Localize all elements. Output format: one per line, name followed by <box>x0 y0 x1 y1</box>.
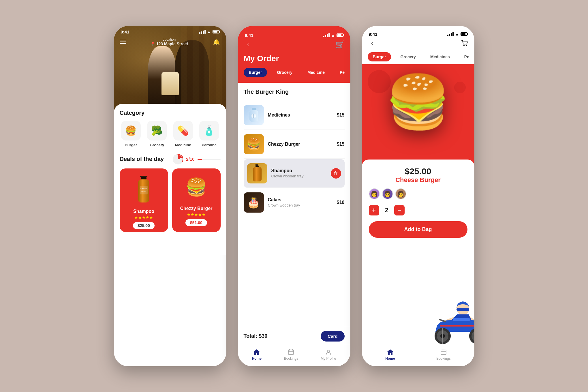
wifi-2: ▲ <box>331 33 335 37</box>
scooter-svg <box>428 294 474 352</box>
qty-plus-button[interactable]: + <box>369 205 379 215</box>
back-button-3[interactable]: ‹ <box>368 39 377 48</box>
p3-info-card: $25.00 Cheese Burger 👩 👩 👩 + 2 − Add to … <box>362 160 474 243</box>
p3-tab-burger[interactable]: Burger <box>368 52 391 61</box>
add-to-bag-button[interactable]: Add to Bag <box>369 221 467 238</box>
deals-progress: 2/10 <box>186 157 194 162</box>
menu-button[interactable] <box>120 40 126 44</box>
svg-rect-36 <box>457 308 469 311</box>
burger-price: $51.00 <box>185 219 207 226</box>
order-total-bar: Total: $30 Card <box>238 326 350 346</box>
p2-title: My Order <box>244 54 345 63</box>
grocery-icon-box: 🥦 <box>147 121 167 140</box>
shampoo-image: SHAMPOO CROWN <box>120 168 168 209</box>
order-list: Medicines $15 🍔 Chezzy Burger $15 <box>244 101 345 217</box>
nav-bookings-label-2: Bookings <box>284 357 298 361</box>
nav-home-3[interactable]: Home <box>385 349 395 361</box>
burger-order-image: 🍔 <box>244 134 264 154</box>
svg-rect-40 <box>453 318 470 321</box>
svg-rect-14 <box>252 108 256 110</box>
battery-3 <box>461 32 467 36</box>
svg-rect-5 <box>140 186 148 194</box>
p3-avatars: 👩 👩 👩 <box>369 188 467 199</box>
svg-point-29 <box>463 45 465 46</box>
medicine-label: Medicine <box>175 143 191 147</box>
avatar-2: 👩 <box>382 188 393 199</box>
bell-icon[interactable]: 🔔 <box>213 38 221 46</box>
avatar-3: 👩 <box>395 188 406 199</box>
filter-burger[interactable]: Burger <box>244 68 267 77</box>
filter-medicine[interactable]: Medicine <box>302 68 330 77</box>
burger-order-name: Chezzy Burger <box>268 142 333 147</box>
burger-label: Burger <box>125 143 137 147</box>
nav-home-label-3: Home <box>385 357 395 361</box>
p3-quantity-row: + 2 − <box>369 205 467 215</box>
deal-card-shampoo[interactable]: SHAMPOO CROWN Shampoo ★★★★★ $25.00 <box>120 168 168 232</box>
cake-info: Cakes Crown wooden tray <box>268 197 333 207</box>
svg-text:SHAMPOO: SHAMPOO <box>140 188 147 190</box>
time-2: 9:41 <box>245 33 253 38</box>
shampoo-order-image <box>247 163 267 183</box>
nav-bookings-label-3: Bookings <box>436 357 450 361</box>
deals-progress-bar <box>198 159 221 160</box>
svg-point-30 <box>466 45 467 46</box>
cart-icon-2[interactable]: 🛒 <box>335 40 345 49</box>
p3-price: $25.00 <box>369 166 467 176</box>
category-item-grocery[interactable]: 🥦 Grocery <box>146 121 168 147</box>
nav-profile-2[interactable]: My Profile <box>321 349 336 361</box>
p3-header: 9:41 ▲ ‹ Burger Grocery Medicines Perso <box>362 26 474 64</box>
cart-icon-3[interactable] <box>461 40 469 47</box>
p3-tab-personal[interactable]: Personal <box>459 52 469 61</box>
personal-label: Persona <box>202 143 217 147</box>
p3-item-name: Cheese Burger <box>369 176 467 184</box>
shampoo-order-sub: Crown wooden tray <box>271 174 327 178</box>
category-item-burger[interactable]: 🍔 Burger <box>120 121 142 147</box>
qty-number: 2 <box>385 207 388 214</box>
qty-minus-button[interactable]: − <box>394 205 405 215</box>
phone-2: 9:41 ▲ ‹ 🛒 My Order Burger Grocery Medic… <box>238 26 350 366</box>
p3-tab-medicines[interactable]: Medicines <box>425 52 455 61</box>
location-label: Location <box>150 37 188 42</box>
cake-order-price: $10 <box>337 200 345 205</box>
filter-grocery[interactable]: Grocery <box>272 68 298 77</box>
status-bar-2: 9:41 ▲ <box>244 29 345 40</box>
total-text: Total: $30 <box>244 333 268 339</box>
order-item-shampoo: Shampoo Crown wooden tray 🗑 <box>244 159 345 188</box>
bookings-icon-2 <box>288 349 294 355</box>
big-burger-emoji: 🍔 <box>386 76 450 128</box>
wifi-3: ▲ <box>455 32 459 36</box>
card-button[interactable]: Card <box>321 331 344 342</box>
cake-order-name: Cakes <box>268 197 333 202</box>
category-item-personal[interactable]: 🧴 Persona <box>198 121 221 147</box>
nav-bookings-2[interactable]: Bookings <box>284 349 298 361</box>
avatar-1: 👩 <box>369 188 380 199</box>
time-3: 9:41 <box>369 32 377 37</box>
burger-deal-image: 🍔 <box>172 168 221 206</box>
burger-icon-box: 🍔 <box>121 121 141 140</box>
order-item-burger: 🍔 Chezzy Burger $15 <box>244 130 345 159</box>
p3-tab-grocery[interactable]: Grocery <box>395 52 421 61</box>
svg-line-51 <box>440 320 446 322</box>
status-bar-1: 9:41 ▲ <box>114 26 226 36</box>
burger-hero-container: 🍔 <box>362 64 474 122</box>
shampoo-stars: ★★★★★ <box>120 214 168 221</box>
nav-home-2[interactable]: Home <box>252 349 261 361</box>
p2-header: 9:41 ▲ ‹ 🛒 My Order Burger Grocery Medic… <box>238 26 350 83</box>
svg-rect-2 <box>141 177 146 179</box>
nav-home-label-2: Home <box>252 357 261 361</box>
deal-card-burger[interactable]: 🍔 Chezzy Burger ★★★★★ $51.00 <box>172 168 221 232</box>
svg-rect-23 <box>253 167 262 181</box>
delete-shampoo-button[interactable]: 🗑 <box>331 168 341 179</box>
filter-tabs-2: Burger Grocery Medicine Personal Care <box>244 68 345 77</box>
pin-icon: 📍 <box>150 42 155 46</box>
shampoo-price: $25.00 <box>133 222 155 229</box>
category-title: Category <box>120 110 221 116</box>
filter-personal[interactable]: Personal Care <box>335 68 344 77</box>
back-button-2[interactable]: ‹ <box>244 40 253 49</box>
deals-counter: 2/10 <box>173 154 220 164</box>
shampoo-deal-name: Shampoo <box>120 209 168 214</box>
p3-filter-tabs: Burger Grocery Medicines Personal <box>368 52 469 64</box>
status-icons-2: ▲ <box>323 33 343 37</box>
category-item-medicine[interactable]: 💊 Medicine <box>172 121 195 147</box>
status-icons-1: ▲ <box>199 29 219 34</box>
